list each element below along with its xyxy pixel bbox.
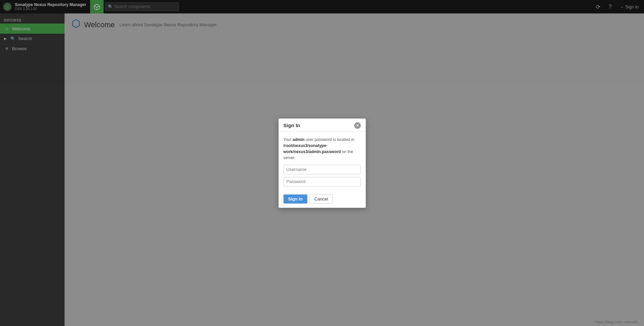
modal-title: Sign In <box>283 122 300 128</box>
password-input[interactable] <box>283 177 361 186</box>
signin-submit-button[interactable]: Sign In <box>283 194 307 204</box>
admin-bold: admin <box>293 137 304 142</box>
modal-close-button[interactable]: ✕ <box>354 122 361 129</box>
signin-dialog: Sign In ✕ Your admin user password is lo… <box>278 118 366 208</box>
username-input[interactable] <box>283 165 361 174</box>
modal-body: Your admin user password is located in /… <box>279 132 366 192</box>
modal-footer: Sign In Cancel <box>279 192 366 208</box>
modal-header: Sign In ✕ <box>279 119 366 132</box>
password-path: /root/nexus3/sonatype-work/nexus3/admin.… <box>283 143 341 154</box>
cancel-button[interactable]: Cancel <box>309 194 333 204</box>
modal-overlay: Sign In ✕ Your admin user password is lo… <box>0 0 644 326</box>
modal-hint: Your admin user password is located in /… <box>283 137 361 161</box>
